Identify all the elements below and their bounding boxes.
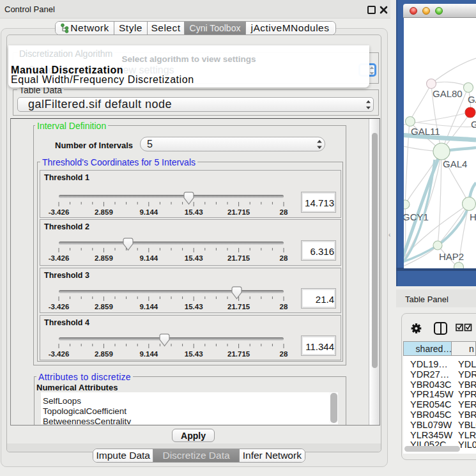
svg-text:GCY1: GCY1 bbox=[404, 211, 429, 222]
svg-text:GAL4: GAL4 bbox=[443, 158, 467, 169]
svg-text:GA: GA bbox=[468, 94, 476, 105]
svg-text:GAL80: GAL80 bbox=[433, 88, 463, 99]
svg-text:GAL11: GAL11 bbox=[411, 126, 440, 137]
svg-text:G: G bbox=[471, 119, 476, 130]
svg-text:H: H bbox=[470, 211, 476, 222]
svg-text:HAP2: HAP2 bbox=[439, 251, 464, 262]
